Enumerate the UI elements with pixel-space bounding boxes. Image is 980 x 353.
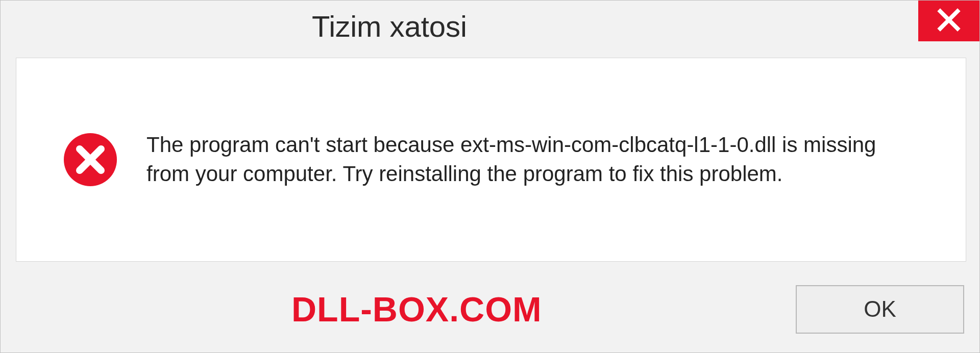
ok-button[interactable]: OK bbox=[796, 285, 964, 334]
error-message: The program can't start because ext-ms-w… bbox=[146, 131, 912, 188]
error-icon bbox=[62, 132, 118, 188]
close-button[interactable] bbox=[918, 1, 979, 41]
footer: DLL-BOX.COM OK bbox=[16, 281, 964, 337]
close-icon bbox=[937, 8, 961, 34]
titlebar: Tizim xatosi bbox=[1, 1, 979, 52]
watermark-text: DLL-BOX.COM bbox=[16, 289, 542, 329]
dialog-title: Tizim xatosi bbox=[312, 9, 467, 43]
content-panel: The program can't start because ext-ms-w… bbox=[16, 58, 966, 262]
ok-button-label: OK bbox=[864, 296, 896, 322]
